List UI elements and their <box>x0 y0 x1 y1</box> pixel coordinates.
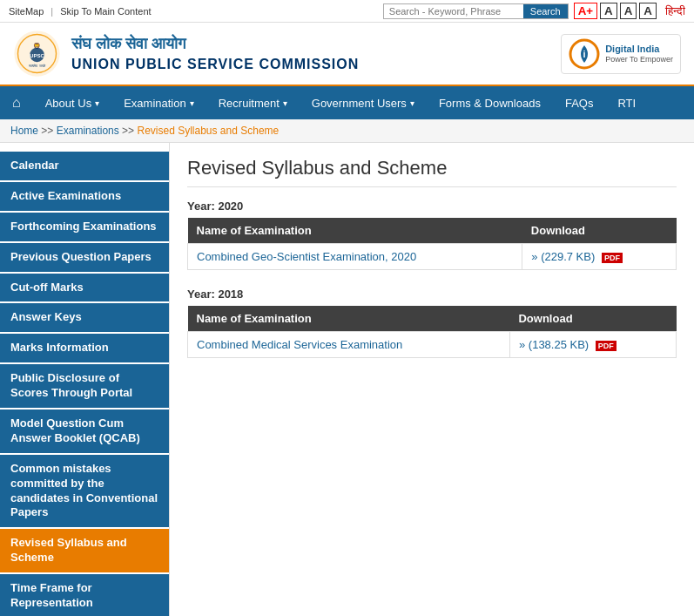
emblem-icon: 🦁 UPSC सत्यमेव जयते <box>13 30 61 78</box>
org-name: संघ लोक सेवा आयोग UNION PUBLIC SERVICE C… <box>71 33 359 75</box>
font-small-button[interactable]: A <box>639 3 657 19</box>
chevron-down-icon: ▾ <box>95 98 99 108</box>
header: 🦁 UPSC सत्यमेव जयते संघ लोक सेवा आयोग UN… <box>0 23 694 86</box>
org-hindi-name: संघ लोक सेवा आयोग <box>71 33 359 55</box>
pdf-icon: PDF <box>596 341 617 351</box>
digital-india-icon: i <box>569 38 600 70</box>
chevron-down-icon: ▾ <box>283 98 287 108</box>
sidebar-item-previous-question-papers[interactable]: Previous Question Papers <box>0 243 169 272</box>
col-name-header: Name of Examination <box>188 218 522 244</box>
breadcrumb-examinations[interactable]: Examinations <box>57 125 119 137</box>
main-layout: Calendar Active Examinations Forthcoming… <box>0 143 694 616</box>
nav-govt-users[interactable]: Government Users ▾ <box>300 88 427 118</box>
svg-text:i: i <box>583 49 586 59</box>
svg-text:UPSC: UPSC <box>30 52 45 58</box>
header-left: 🦁 UPSC सत्यमेव जयते संघ लोक सेवा आयोग UN… <box>13 30 359 78</box>
nav-about-us[interactable]: About Us ▾ <box>33 88 111 118</box>
exam-link-medical-services[interactable]: Combined Medical Services Examination <box>197 338 402 351</box>
sidebar-item-marks-information[interactable]: Marks Information <box>0 334 169 362</box>
font-size-controls: A+ A A A <box>574 3 657 19</box>
nav-rti[interactable]: RTI <box>605 88 648 118</box>
sidebar-item-time-frame[interactable]: Time Frame for Representation <box>0 574 169 616</box>
content-area: Revised Syllabus and Scheme Year: 2020 N… <box>170 143 694 616</box>
nav-forms-downloads[interactable]: Forms & Downloads <box>427 88 553 118</box>
hindi-language-button[interactable]: हिन्दी <box>665 4 685 18</box>
col-download-header: Download <box>509 306 676 332</box>
breadcrumb-current: Revised Syllabus and Scheme <box>137 125 279 137</box>
digital-india-sub: Power To Empower <box>605 55 673 64</box>
sidebar-item-public-disclosure[interactable]: Public Disclosure of Scores Through Port… <box>0 364 169 408</box>
search-button[interactable]: Search <box>523 4 568 18</box>
breadcrumb: Home >> Examinations >> Revised Syllabus… <box>0 119 694 143</box>
sidebar-item-cutoff-marks[interactable]: Cut-off Marks <box>0 274 169 302</box>
nav-recruitment[interactable]: Recruitment ▾ <box>206 88 300 118</box>
sidebar-item-model-question[interactable]: Model Question Cum Answer Booklet (QCAB) <box>0 410 169 453</box>
search-box: Search <box>383 3 569 19</box>
year-2020-label: Year: 2020 <box>187 200 677 213</box>
digital-india-logo: i Digital India Power To Empower <box>561 34 681 74</box>
chevron-down-icon: ▾ <box>190 98 194 108</box>
col-download-header: Download <box>522 218 677 244</box>
download-link-medical-services[interactable]: » (138.25 KB) PDF <box>519 338 617 351</box>
search-input[interactable] <box>384 4 523 18</box>
col-name-header: Name of Examination <box>188 306 510 332</box>
font-increase-button[interactable]: A+ <box>574 3 597 19</box>
nav-examination[interactable]: Examination ▾ <box>111 88 206 118</box>
sidebar-item-calendar[interactable]: Calendar <box>0 152 169 180</box>
page-title: Revised Syllabus and Scheme <box>187 157 677 187</box>
top-bar-links: SiteMap | Skip To Main Content <box>9 6 152 17</box>
table-row: Combined Medical Services Examination » … <box>188 332 677 358</box>
table-row: Combined Geo-Scientist Examination, 2020… <box>188 244 677 270</box>
pdf-icon: PDF <box>602 253 623 263</box>
sidebar-item-answer-keys[interactable]: Answer Keys <box>0 303 169 332</box>
font-large-button[interactable]: A <box>600 3 617 19</box>
sidebar-item-revised-syllabus[interactable]: Revised Syllabus and Scheme <box>0 529 169 572</box>
skip-main-link[interactable]: Skip To Main Content <box>60 6 151 17</box>
font-medium-button[interactable]: A <box>620 3 637 19</box>
top-bar-right: Search A+ A A A हिन्दी <box>383 3 685 19</box>
sidebar: Calendar Active Examinations Forthcoming… <box>0 143 170 616</box>
main-nav: ⌂ About Us ▾ Examination ▾ Recruitment ▾… <box>0 86 694 119</box>
digital-india-text: Digital India <box>605 44 673 55</box>
svg-text:सत्यमेव जयते: सत्यमेव जयते <box>28 64 45 68</box>
nav-faqs[interactable]: FAQs <box>553 88 606 118</box>
sidebar-item-forthcoming-examinations[interactable]: Forthcoming Examinations <box>0 213 169 241</box>
nav-home[interactable]: ⌂ <box>0 86 33 119</box>
sitemap-link[interactable]: SiteMap <box>9 6 44 17</box>
breadcrumb-home[interactable]: Home <box>10 125 38 137</box>
chevron-down-icon: ▾ <box>410 98 414 108</box>
top-bar: SiteMap | Skip To Main Content Search A+… <box>0 0 694 23</box>
sidebar-item-active-examinations[interactable]: Active Examinations <box>0 182 169 211</box>
exam-link-geo-scientist[interactable]: Combined Geo-Scientist Examination, 2020 <box>197 250 416 263</box>
sidebar-item-common-mistakes[interactable]: Common mistakes committed by the candida… <box>0 455 169 528</box>
year-2018-label: Year: 2018 <box>187 288 677 301</box>
exam-table-2020: Name of Examination Download Combined Ge… <box>187 218 677 270</box>
exam-table-2018: Name of Examination Download Combined Me… <box>187 306 677 358</box>
download-link-geo-scientist[interactable]: » (229.7 KB) PDF <box>531 250 623 263</box>
org-english-name: UNION PUBLIC SERVICE COMMISSION <box>71 55 359 74</box>
